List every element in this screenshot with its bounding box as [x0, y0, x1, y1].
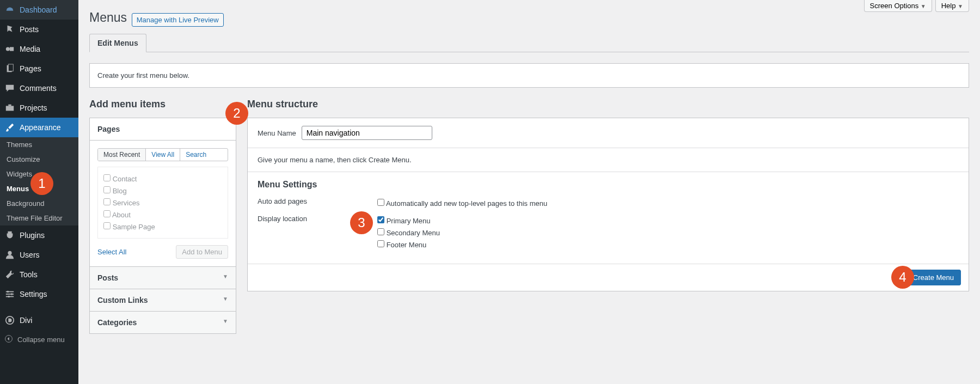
help-button[interactable]: Help ▼ [935, 0, 969, 12]
page-check-item[interactable]: Contact [103, 173, 222, 185]
sidebar-item-label: Dashboard [20, 5, 57, 14]
accordion-pages-body: Most Recent View All Search Contact Blog… [90, 140, 236, 266]
sidebar-item-label: Plugins [20, 231, 45, 240]
sidebar-item-comments[interactable]: Comments [0, 78, 78, 98]
menu-structure-heading: Menu structure [247, 99, 969, 110]
screen-options-button[interactable]: Screen Options ▼ [864, 0, 932, 12]
page-icon [4, 63, 15, 74]
loc-primary-checkbox[interactable] [377, 216, 384, 223]
sidebar-item-label: Media [20, 45, 40, 53]
svg-point-1 [6, 47, 10, 51]
chevron-down-icon: ▼ [223, 318, 228, 327]
sidebar-item-tools[interactable]: Tools [0, 265, 78, 284]
page-checkbox[interactable] [103, 198, 111, 205]
media-icon [4, 44, 15, 54]
collapse-label: Collapse menu [17, 336, 65, 344]
svg-point-11 [11, 293, 13, 295]
dashboard-icon [4, 4, 15, 15]
menu-desc: Give your menu a name, then click Create… [248, 148, 969, 172]
accordion-pages-header[interactable]: Pages [90, 118, 236, 140]
accordion-categories-header[interactable]: Categories▼ [90, 311, 236, 333]
collapse-menu[interactable]: Collapse menu [0, 330, 78, 349]
notice-box: Create your first menu below. [89, 63, 969, 88]
sidebar-item-label: Appearance [20, 123, 61, 132]
sub-item-theme-editor[interactable]: Theme File Editor [0, 211, 78, 225]
sidebar-item-users[interactable]: Users [0, 245, 78, 265]
sidebar-item-label: Tools [20, 270, 38, 279]
sidebar-item-appearance[interactable]: Appearance [0, 118, 78, 137]
sidebar-item-pages[interactable]: Pages [0, 59, 78, 78]
svg-point-12 [8, 296, 10, 298]
accordion-custom-links-header[interactable]: Custom Links▼ [90, 289, 236, 311]
sidebar-item-label: Divi [20, 316, 32, 325]
sidebar-submenu: Themes Customize Widgets Menus Backgroun… [0, 137, 78, 225]
sub-item-themes[interactable]: Themes [0, 137, 78, 152]
pin-icon [4, 24, 15, 35]
minitab-recent[interactable]: Most Recent [98, 149, 146, 161]
tabs-nav: Edit Menus [89, 34, 969, 52]
plugin-icon [4, 230, 15, 241]
sub-item-customize[interactable]: Customize [0, 152, 78, 167]
sidebar-item-settings[interactable]: Settings [0, 284, 78, 304]
loc-secondary-label[interactable]: Secondary Menu [377, 227, 440, 239]
sidebar-item-label: Settings [20, 290, 47, 298]
svg-rect-0 [9, 8, 10, 10]
collapse-icon [4, 334, 13, 345]
portfolio-icon [4, 102, 15, 113]
svg-rect-4 [6, 106, 14, 111]
svg-rect-5 [8, 105, 11, 106]
page-check-item[interactable]: Services [103, 197, 222, 209]
menu-items-accordion: Pages Most Recent View All Search Contac… [89, 118, 236, 334]
minitab-view-all[interactable]: View All [146, 149, 180, 161]
sidebar-item-label: Comments [20, 84, 57, 93]
page-check-item[interactable]: Sample Page [103, 221, 222, 233]
menu-name-label: Menu Name [258, 129, 296, 137]
page-checkbox[interactable] [103, 186, 111, 193]
page-checkbox[interactable] [103, 222, 111, 229]
chevron-down-icon: ▼ [223, 296, 228, 304]
sidebar-item-posts[interactable]: Posts [0, 20, 78, 39]
sub-item-background[interactable]: Background [0, 196, 78, 211]
svg-point-6 [8, 251, 11, 255]
add-to-menu-button[interactable]: Add to Menu [176, 245, 228, 259]
loc-footer-label[interactable]: Footer Menu [377, 239, 440, 251]
sidebar-item-dashboard[interactable]: Dashboard [0, 0, 78, 20]
brush-icon [4, 122, 15, 133]
menu-name-input[interactable] [302, 126, 432, 140]
chevron-down-icon: ▼ [958, 3, 963, 9]
settings-icon [4, 289, 15, 300]
sidebar-item-projects[interactable]: Projects [0, 98, 78, 118]
tool-icon [4, 269, 15, 280]
svg-rect-3 [8, 64, 13, 71]
svg-point-10 [7, 291, 9, 293]
admin-sidebar: Dashboard Posts Media Pages Comments Pro… [0, 0, 78, 384]
live-preview-button[interactable]: Manage with Live Preview [132, 13, 224, 27]
sidebar-item-label: Projects [20, 103, 47, 112]
auto-add-checkbox-label[interactable]: Automatically add new top-level pages to… [377, 197, 547, 209]
user-icon [4, 249, 15, 260]
accordion-posts-header[interactable]: Posts▼ [90, 266, 236, 289]
sidebar-item-media[interactable]: Media [0, 39, 78, 59]
sidebar-item-label: Posts [20, 25, 39, 34]
menu-structure-panel: 2 Menu Name Give your menu a name, then … [247, 118, 969, 291]
sidebar-item-divi[interactable]: Divi [0, 310, 78, 330]
sidebar-item-plugins[interactable]: Plugins [0, 225, 78, 245]
create-menu-button[interactable]: Create Menu [906, 270, 961, 285]
minitab-search[interactable]: Search [180, 149, 212, 161]
page-check-item[interactable]: Blog [103, 185, 222, 197]
loc-footer-checkbox[interactable] [377, 240, 384, 247]
page-checkbox[interactable] [103, 210, 111, 217]
auto-add-checkbox[interactable] [377, 199, 384, 206]
loc-secondary-checkbox[interactable] [377, 228, 384, 235]
loc-primary-label[interactable]: Primary Menu [377, 215, 440, 227]
comment-icon [4, 83, 15, 94]
pages-check-list: Contact Blog Services About Sample Page [97, 167, 228, 239]
page-checkbox[interactable] [103, 174, 111, 181]
tab-edit-menus[interactable]: Edit Menus [89, 34, 146, 52]
chevron-down-icon: ▼ [921, 3, 926, 9]
page-check-item[interactable]: About [103, 209, 222, 221]
select-all-link[interactable]: Select All [97, 248, 126, 256]
divi-icon [4, 315, 15, 326]
sidebar-item-label: Pages [20, 64, 41, 73]
main-content: Screen Options ▼ Help ▼ Menus Manage wit… [78, 0, 980, 384]
